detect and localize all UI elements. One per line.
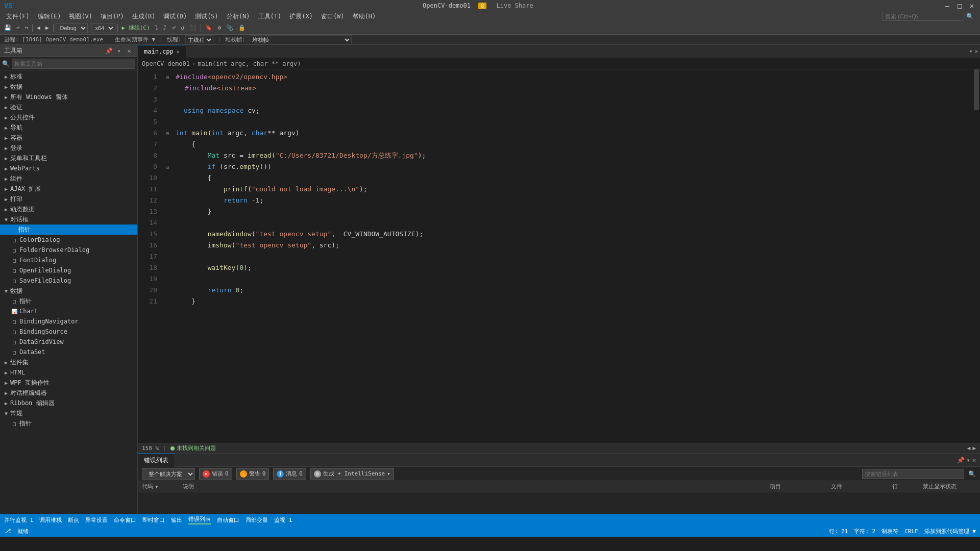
restore-button[interactable]: □ <box>955 2 964 10</box>
tab-close-icon[interactable]: ✕ <box>177 49 180 55</box>
toolbar-step-in-btn[interactable]: ⤴ <box>161 22 168 34</box>
tree-item-components[interactable]: ▶ 组件 <box>0 173 137 184</box>
toolbar-attach-btn[interactable]: 📎 <box>224 22 235 34</box>
code-content[interactable]: #include<opencv2/opencv.hpp> #include<io… <box>172 69 973 443</box>
tree-item-bindingnavigator[interactable]: □ BindingNavigator <box>0 316 137 327</box>
col-desc[interactable]: 说明 <box>179 483 766 490</box>
menu-analyze[interactable]: 分析(N) <box>223 11 254 22</box>
toolbar-back-btn[interactable]: ◀ <box>35 22 42 34</box>
tree-item-webparts[interactable]: ▶ WebParts <box>0 163 137 173</box>
toolbox-pin-icon[interactable]: 📌 <box>105 47 113 55</box>
tree-item-login[interactable]: ▶ 登录 <box>0 143 137 153</box>
menu-test[interactable]: 测试(S) <box>191 11 223 22</box>
tree-item-pointer[interactable]: ▶ 指针 <box>0 224 137 235</box>
menu-help[interactable]: 帮助(H) <box>349 11 380 22</box>
tree-item-dataset[interactable]: □ DataSet <box>0 347 137 357</box>
tree-item-fontdialog[interactable]: □ FontDialog <box>0 255 137 265</box>
toolbar-save-btn[interactable]: 💾 <box>2 22 13 34</box>
col-code[interactable]: 代码 ▼ <box>138 483 179 490</box>
tree-item-data[interactable]: ▶ 数据 <box>0 82 137 92</box>
toolbox-menu-icon[interactable]: ▾ <box>115 47 123 55</box>
tab-immediate[interactable]: 即时窗口 <box>142 516 165 524</box>
tree-item-colordialog[interactable]: □ ColorDialog <box>0 235 137 245</box>
tab-exceptions[interactable]: 异常设置 <box>85 516 108 524</box>
toolbar-lock-btn[interactable]: 🔒 <box>236 22 248 34</box>
tree-item-folderbrowserdialog[interactable]: □ FolderBrowserDialog <box>0 245 137 255</box>
toolbar-step-over-btn[interactable]: ⤵ <box>153 22 160 34</box>
tree-item-data2[interactable]: ▼ 数据 <box>0 286 137 296</box>
tree-item-container[interactable]: ▶ 容器 <box>0 133 137 143</box>
tree-item-standard[interactable]: ▶ 标准 <box>0 71 137 82</box>
add-source-control-btn[interactable]: 添加到源代码管理 ▼ <box>924 528 976 535</box>
tab-breakpoints[interactable]: 断点 <box>68 516 79 524</box>
tree-item-common[interactable]: ▶ 公共控件 <box>0 112 137 122</box>
tree-item-nav[interactable]: ▶ 导航 <box>0 122 137 133</box>
tree-item-windows[interactable]: ▶ 所有 Windows 窗体 <box>0 92 137 102</box>
toolbar-forward-btn[interactable]: ▶ <box>43 22 51 34</box>
continue-btn[interactable]: ▶ 继续(C) <box>120 22 152 34</box>
stack-select[interactable]: 堆栈帧 <box>250 35 352 44</box>
bottom-panel-close-icon[interactable]: ✕ <box>972 457 976 464</box>
tab-command[interactable]: 命令窗口 <box>114 516 136 524</box>
tree-item-ribboneditor[interactable]: ▶ Ribbon 编辑器 <box>0 398 137 408</box>
tree-item-wpf[interactable]: ▶ WPF 互操作性 <box>0 378 137 388</box>
debug-event[interactable]: 生命周期事件 ▼ <box>115 36 155 43</box>
menu-debug[interactable]: 调试(D) <box>159 11 191 22</box>
status-char[interactable]: 字符: 2 <box>854 528 875 535</box>
menu-window[interactable]: 窗口(W) <box>317 11 349 22</box>
toolbox-search-input[interactable] <box>12 59 135 69</box>
tree-item-openfiledialog[interactable]: □ OpenFileDialog <box>0 265 137 276</box>
menu-project[interactable]: 项目(P) <box>96 11 128 22</box>
scroll-right-icon[interactable]: ▶ <box>972 445 976 452</box>
breadcrumb-project[interactable]: OpenCV-demo01 <box>142 60 190 67</box>
fold-icon-1[interactable]: ⊟ <box>163 71 172 83</box>
menu-edit[interactable]: 编辑(E) <box>34 11 65 22</box>
col-suppress[interactable]: 禁止显示状态 <box>919 483 980 490</box>
zoom-level[interactable]: 158 % <box>142 445 159 452</box>
tree-item-chart[interactable]: 📊 Chart <box>0 306 137 316</box>
toolbar-bp-btn[interactable]: 🔖 <box>203 22 214 34</box>
build-dropdown-icon[interactable]: ▾ <box>387 470 390 477</box>
bottom-panel-menu-icon[interactable]: ▾ <box>967 457 970 464</box>
col-file[interactable]: 文件 <box>827 483 888 490</box>
col-line[interactable]: 行 <box>888 483 919 490</box>
info-count-badge[interactable]: ℹ 消息 0 <box>273 468 306 480</box>
scrollbar-track[interactable] <box>973 69 980 443</box>
tree-item-validate[interactable]: ▶ 验证 <box>0 102 137 112</box>
menu-file[interactable]: 文件(F) <box>2 11 34 22</box>
breadcrumb-function[interactable]: main(int argc, char ** argv) <box>198 60 301 67</box>
tab-output[interactable]: 输出 <box>171 516 182 524</box>
tree-item-pointer3[interactable]: □ 指针 <box>0 418 137 429</box>
toolbar-stop-btn[interactable]: ⬛ <box>187 22 199 34</box>
tab-parallel-watch[interactable]: 并行监视 1 <box>4 516 33 524</box>
error-count-badge[interactable]: ✕ 错误 0 <box>199 468 232 480</box>
tree-item-ajax[interactable]: ▶ AJAX 扩展 <box>0 184 137 194</box>
toolbar-redo-btn[interactable]: ↪ <box>23 22 31 34</box>
live-share-label[interactable]: Live Share <box>497 2 533 9</box>
tree-item-menutoolbar[interactable]: ▶ 菜单和工具栏 <box>0 153 137 163</box>
close-button[interactable]: ✕ <box>968 2 976 10</box>
menu-build[interactable]: 生成(B) <box>128 11 160 22</box>
tree-item-dyndata[interactable]: ▶ 动态数据 <box>0 204 137 214</box>
bottom-panel-pin-icon[interactable]: 📌 <box>957 457 965 464</box>
toolbar-settings-btn[interactable]: ⚙ <box>215 22 223 34</box>
tab-auto[interactable]: 自动窗口 <box>217 516 239 524</box>
minimize-button[interactable]: — <box>943 2 951 10</box>
tab-locals[interactable]: 局部变量 <box>246 516 268 524</box>
config-dropdown[interactable]: Debug <box>56 23 88 33</box>
scrollbar-thumb[interactable] <box>974 69 979 110</box>
tree-item-pointer2[interactable]: □ 指针 <box>0 296 137 306</box>
col-project[interactable]: 项目 <box>766 483 827 490</box>
status-mode[interactable]: 制表符 <box>881 528 898 535</box>
menu-extensions[interactable]: 扩展(X) <box>285 11 317 22</box>
toolbox-close-icon[interactable]: ✕ <box>125 47 133 55</box>
tree-item-general[interactable]: ▼ 常规 <box>0 408 137 418</box>
tree-item-dialog[interactable]: ▼ 对话框 <box>0 214 137 224</box>
fold-icon-6[interactable]: ⊟ <box>163 128 172 139</box>
global-search-input[interactable] <box>883 12 964 21</box>
tree-item-print[interactable]: ▶ 打印 <box>0 194 137 204</box>
toolbar-undo-btn[interactable]: ↩ <box>14 22 22 34</box>
build-badge[interactable]: ⚙ 生成 + IntelliSense ▾ <box>310 468 394 480</box>
tab-callstack[interactable]: 调用堆栈 <box>39 516 62 524</box>
status-encoding[interactable]: CRLF <box>904 528 918 535</box>
